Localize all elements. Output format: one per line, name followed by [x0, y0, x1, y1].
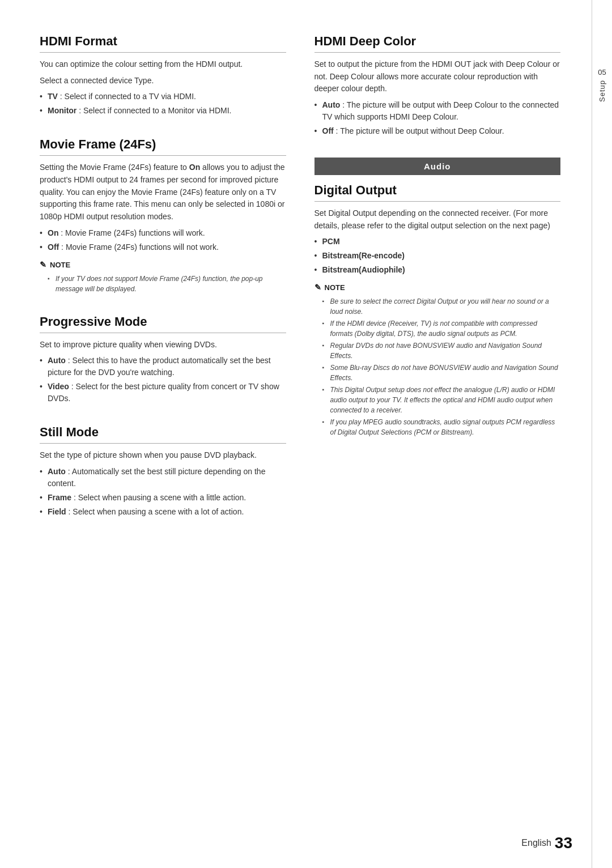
still-mode-para1: Set the type of picture shown when you p…	[40, 449, 286, 462]
left-column: HDMI Format You can optimize the colour …	[40, 34, 286, 834]
progressive-list: Auto : Select this to have the product a…	[40, 355, 286, 405]
term: Monitor	[48, 106, 76, 115]
term: Frame	[48, 493, 71, 502]
audio-banner-label: Audio	[424, 161, 451, 171]
desc: : Select when pausing a scene with a lot…	[66, 507, 244, 516]
page-wrapper: HDMI Format You can optimize the colour …	[0, 0, 612, 868]
section-hdmi-deep-color: HDMI Deep Color Set to output the pictur…	[314, 34, 561, 142]
sidebar-tab: 05 Setup	[592, 0, 612, 868]
page-footer: English 33	[521, 834, 572, 852]
movie-frame-title: Movie Frame (24Fs)	[40, 137, 286, 156]
list-item: Auto : The picture will be output with D…	[314, 99, 561, 123]
footer-lang: English	[521, 838, 551, 848]
note-item: Some Blu-ray Discs do not have BONUSVIEW…	[322, 363, 561, 383]
list-item: TV : Select if connected to a TV via HDM…	[40, 91, 286, 103]
section-still-mode: Still Mode Set the type of picture shown…	[40, 425, 286, 522]
progressive-mode-body: Set to improve picture quality when view…	[40, 339, 286, 405]
term: Off	[322, 126, 334, 135]
note-icon: ✎	[40, 259, 46, 271]
section-digital-output: Digital Output Set Digital Output depend…	[314, 183, 561, 442]
list-item: PCM	[314, 236, 561, 248]
digital-output-title: Digital Output	[314, 183, 561, 202]
list-item: Monitor : Select if connected to a Monit…	[40, 105, 286, 117]
term: Auto	[48, 356, 66, 365]
note-list: Be sure to select the correct Digital Ou…	[322, 296, 561, 437]
hdmi-format-list: TV : Select if connected to a TV via HDM…	[40, 91, 286, 117]
progressive-para1: Set to improve picture quality when view…	[40, 339, 286, 351]
desc: : Select for the best picture quality fr…	[48, 382, 279, 403]
term: PCM	[322, 237, 340, 246]
list-item: Frame : Select when pausing a scene with…	[40, 492, 286, 504]
term: Auto	[48, 467, 66, 476]
note-item: Be sure to select the correct Digital Ou…	[322, 296, 561, 317]
list-item: Field : Select when pausing a scene with…	[40, 506, 286, 518]
hdmi-deep-color-body: Set to output the picture from the HDMI …	[314, 58, 561, 137]
list-item: Auto : Automatically set the best still …	[40, 466, 286, 490]
term: Auto	[322, 100, 341, 109]
audio-banner: Audio	[314, 158, 561, 175]
digital-output-note: ✎ NOTE Be sure to select the correct Dig…	[314, 282, 561, 437]
note-title: ✎ NOTE	[314, 282, 561, 294]
hdmi-deep-color-para1: Set to output the picture from the HDMI …	[314, 58, 561, 95]
desc: : Select when pausing a scene with a lit…	[71, 493, 246, 502]
digital-output-list: PCM Bitstream(Re-encode) Bitstream(Audio…	[314, 236, 561, 276]
list-item: Bitstream(Audiophile)	[314, 264, 561, 276]
page-number: 33	[555, 834, 572, 852]
note-item: If your TV does not support Movie Frame …	[48, 274, 286, 294]
desc: : Movie Frame (24Fs) functions will work…	[58, 228, 205, 237]
term: On	[48, 228, 58, 237]
note-item: Regular DVDs do not have BONUSVIEW audio…	[322, 341, 561, 361]
hdmi-format-para1: You can optimize the colour setting from…	[40, 58, 286, 71]
sidebar-label: Setup	[598, 80, 606, 102]
desc: : The picture will be output without Dee…	[334, 126, 504, 135]
hdmi-format-title: HDMI Format	[40, 34, 286, 53]
movie-frame-list: On : Movie Frame (24Fs) functions will w…	[40, 227, 286, 253]
term: Off	[48, 242, 59, 252]
desc: : Select if connected to a TV via HDMI.	[58, 92, 196, 101]
note-item: If you play MPEG audio soundtracks, audi…	[322, 417, 561, 437]
note-icon: ✎	[314, 282, 321, 294]
desc: : Automatically set the best still pictu…	[48, 467, 265, 488]
section-movie-frame: Movie Frame (24Fs) Setting the Movie Fra…	[40, 137, 286, 298]
note-title: ✎ NOTE	[40, 259, 286, 271]
list-item: Bitstream(Re-encode)	[314, 250, 561, 262]
term: Bitstream(Audiophile)	[322, 265, 405, 274]
still-mode-title: Still Mode	[40, 425, 286, 444]
still-mode-body: Set the type of picture shown when you p…	[40, 449, 286, 518]
movie-frame-para1: Setting the Movie Frame (24Fs) feature t…	[40, 161, 286, 223]
term: Video	[48, 382, 69, 391]
movie-frame-note: ✎ NOTE If your TV does not support Movie…	[40, 259, 286, 294]
note-label: NOTE	[325, 282, 345, 293]
digital-output-body: Set Digital Output depending on the conn…	[314, 207, 561, 437]
right-column: HDMI Deep Color Set to output the pictur…	[314, 34, 561, 834]
note-item: This Digital Output setup does not effec…	[322, 385, 561, 415]
desc: : The picture will be output with Deep C…	[322, 100, 559, 121]
progressive-mode-title: Progressive Mode	[40, 314, 286, 333]
hdmi-format-body: You can optimize the colour setting from…	[40, 58, 286, 117]
hdmi-deep-color-title: HDMI Deep Color	[314, 34, 561, 53]
desc: : Movie Frame (24Fs) functions will not …	[59, 242, 219, 252]
list-item: Video : Select for the best picture qual…	[40, 381, 286, 405]
section-progressive-mode: Progressive Mode Set to improve picture …	[40, 314, 286, 410]
movie-frame-body: Setting the Movie Frame (24Fs) feature t…	[40, 161, 286, 293]
desc: : Select this to have the product automa…	[48, 356, 271, 377]
main-content: HDMI Format You can optimize the colour …	[0, 0, 592, 868]
term: Bitstream(Re-encode)	[322, 251, 405, 260]
sidebar-number: 05	[598, 68, 606, 76]
note-item: If the HDMI device (Receiver, TV) is not…	[322, 318, 561, 339]
list-item: On : Movie Frame (24Fs) functions will w…	[40, 227, 286, 239]
list-item: Off : Movie Frame (24Fs) functions will …	[40, 241, 286, 253]
digital-output-para1: Set Digital Output depending on the conn…	[314, 207, 561, 232]
term: Field	[48, 507, 66, 516]
list-item: Auto : Select this to have the product a…	[40, 355, 286, 378]
section-hdmi-format: HDMI Format You can optimize the colour …	[40, 34, 286, 121]
still-mode-list: Auto : Automatically set the best still …	[40, 466, 286, 518]
term: TV	[48, 92, 58, 101]
note-list: If your TV does not support Movie Frame …	[48, 274, 286, 294]
note-label: NOTE	[50, 259, 70, 271]
hdmi-format-para2: Select a connected device Type.	[40, 75, 286, 87]
list-item: Off : The picture will be output without…	[314, 125, 561, 137]
hdmi-deep-color-list: Auto : The picture will be output with D…	[314, 99, 561, 137]
desc: : Select if connected to a Monitor via H…	[76, 106, 231, 115]
